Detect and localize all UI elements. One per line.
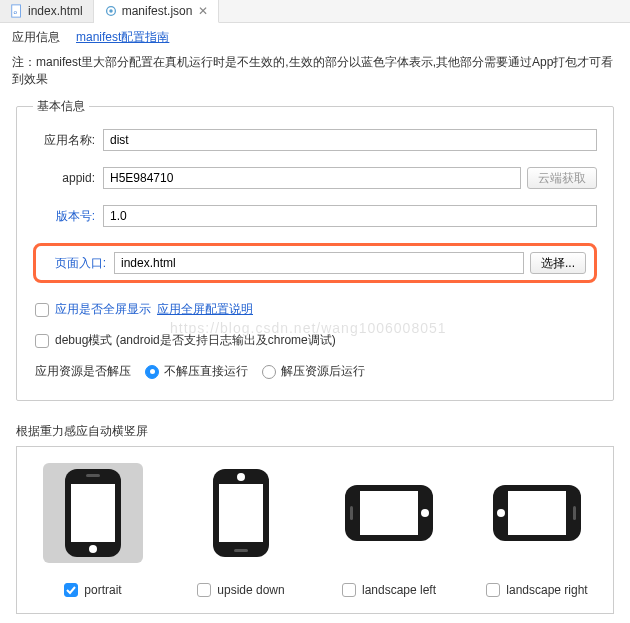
basic-info-fieldset: 基本信息 应用名称: appid: 云端获取 版本号: 页面入口: 选择... … — [16, 98, 614, 401]
orientation-landscape-left[interactable] — [339, 463, 439, 563]
upside-down-label: upside down — [217, 583, 284, 597]
page-entry-highlight: 页面入口: 选择... — [33, 243, 597, 283]
unzip-opt2-label: 解压资源后运行 — [281, 363, 365, 380]
portrait-label: portrait — [84, 583, 121, 597]
landscape-left-label: landscape left — [362, 583, 436, 597]
html-file-icon: o — [10, 4, 24, 18]
orientation-upside-down[interactable] — [191, 463, 291, 563]
tab-index-html[interactable]: o index.html — [0, 0, 94, 22]
subtab-manifest-guide-link[interactable]: manifest配置指南 — [76, 29, 169, 46]
fieldset-legend: 基本信息 — [33, 98, 89, 115]
select-button[interactable]: 选择... — [530, 252, 586, 274]
debug-label: debug模式 (android是否支持日志输出及chrome调试) — [55, 332, 336, 349]
unzip-radio-yes[interactable] — [262, 365, 276, 379]
version-input[interactable] — [103, 205, 597, 227]
orientation-box: portrait upside down landscape left land… — [16, 446, 614, 614]
unzip-opt1-label: 不解压直接运行 — [164, 363, 248, 380]
landscape-right-checkbox[interactable] — [486, 583, 500, 597]
landscape-right-label: landscape right — [506, 583, 587, 597]
tab-manifest-json[interactable]: manifest.json ✕ — [94, 0, 220, 23]
debug-checkbox[interactable] — [35, 334, 49, 348]
upside-down-checkbox[interactable] — [197, 583, 211, 597]
debug-check-row: debug模式 (android是否支持日志输出及chrome调试) — [33, 332, 597, 349]
app-name-input[interactable] — [103, 129, 597, 151]
svg-text:o: o — [14, 8, 18, 15]
app-name-label: 应用名称: — [33, 132, 103, 149]
portrait-checkbox[interactable] — [64, 583, 78, 597]
json-file-icon — [104, 4, 118, 18]
orientation-landscape-right[interactable] — [487, 463, 587, 563]
tab-label: manifest.json — [122, 4, 193, 18]
file-tabs: o index.html manifest.json ✕ — [0, 0, 630, 23]
svg-point-3 — [109, 9, 113, 13]
unzip-label: 应用资源是否解压 — [35, 363, 131, 380]
fullscreen-label: 应用是否全屏显示 — [55, 301, 151, 318]
landscape-left-checkbox[interactable] — [342, 583, 356, 597]
tab-label: index.html — [28, 4, 83, 18]
sub-tab-bar: 应用信息 manifest配置指南 — [0, 23, 630, 50]
unzip-radio-no[interactable] — [145, 365, 159, 379]
orientation-title: 根据重力感应自动横竖屏 — [0, 415, 630, 446]
version-label: 版本号: — [33, 208, 103, 225]
appid-label: appid: — [33, 171, 103, 185]
close-icon[interactable]: ✕ — [198, 4, 208, 18]
cloud-fetch-button[interactable]: 云端获取 — [527, 167, 597, 189]
entry-input[interactable] — [114, 252, 524, 274]
note-text: 注：manifest里大部分配置在真机运行时是不生效的,生效的部分以蓝色字体表示… — [0, 50, 630, 98]
subtab-app-info[interactable]: 应用信息 — [12, 29, 60, 46]
fullscreen-help-link[interactable]: 应用全屏配置说明 — [157, 301, 253, 318]
unzip-radio-row: 应用资源是否解压 不解压直接运行 解压资源后运行 — [33, 363, 597, 380]
fullscreen-check-row: 应用是否全屏显示 应用全屏配置说明 — [33, 301, 597, 318]
orientation-portrait[interactable] — [43, 463, 143, 563]
fullscreen-checkbox[interactable] — [35, 303, 49, 317]
entry-label: 页面入口: — [44, 255, 114, 272]
appid-input[interactable] — [103, 167, 521, 189]
